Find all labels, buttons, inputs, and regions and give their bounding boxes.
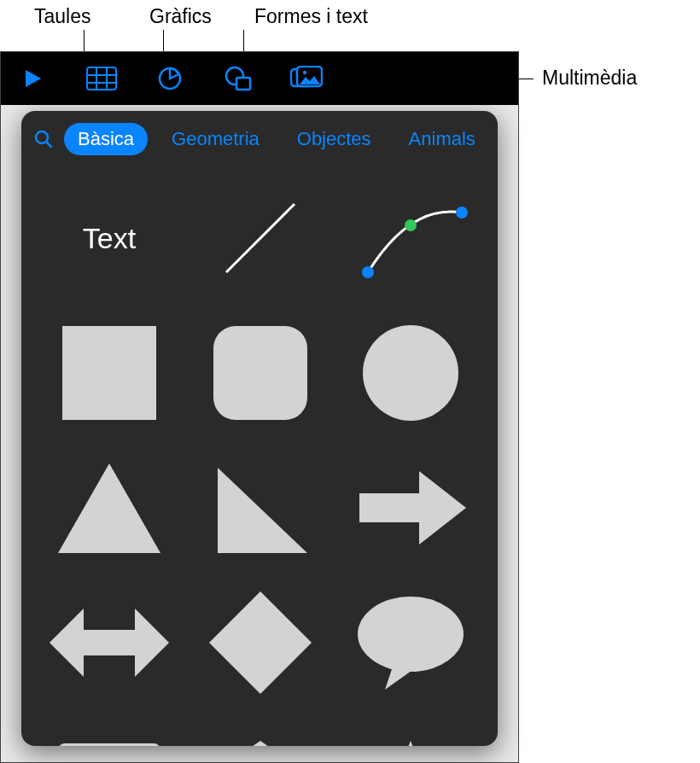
category-tab-geometry[interactable]: Geometria <box>158 123 273 155</box>
shape-arrow-bidirectional[interactable] <box>45 587 173 698</box>
shape-callout-rect[interactable] <box>45 722 173 746</box>
shape-text[interactable]: Text <box>45 183 173 294</box>
shape-circle[interactable] <box>347 317 474 428</box>
shapes-popover: Bàsica Geometria Objectes Animals Text <box>21 111 498 746</box>
table-button[interactable] <box>85 61 119 96</box>
svg-line-13 <box>226 204 295 272</box>
svg-rect-21 <box>58 743 160 746</box>
svg-rect-17 <box>62 326 156 420</box>
svg-point-16 <box>405 219 417 231</box>
shape-star[interactable] <box>347 722 474 746</box>
shape-line[interactable] <box>197 183 324 294</box>
category-tab-basic[interactable]: Bàsica <box>64 123 148 155</box>
category-bar: Bàsica Geometria Objectes Animals <box>21 111 498 166</box>
chart-button[interactable] <box>153 61 187 96</box>
play-button[interactable] <box>16 61 50 96</box>
media-button[interactable] <box>289 61 324 96</box>
search-icon[interactable] <box>33 126 54 152</box>
svg-line-12 <box>46 142 51 147</box>
svg-rect-7 <box>236 78 250 90</box>
shape-pentagon[interactable] <box>197 722 324 746</box>
svg-point-15 <box>456 207 468 218</box>
callout-shapes-label: Formes i text <box>254 5 368 28</box>
callout-tables-label: Taules <box>34 5 90 28</box>
svg-rect-0 <box>87 67 116 90</box>
shape-arrow-right[interactable] <box>347 452 474 563</box>
shape-speech-bubble[interactable] <box>347 587 474 698</box>
toolbar <box>1 52 518 105</box>
svg-rect-18 <box>213 326 307 420</box>
svg-point-14 <box>362 266 374 278</box>
shape-square[interactable] <box>45 317 173 428</box>
callout-media-label: Multimèdia <box>542 67 637 90</box>
shape-diamond[interactable] <box>197 587 324 698</box>
category-tab-animals[interactable]: Animals <box>395 123 489 155</box>
shape-curve[interactable] <box>347 183 474 294</box>
shape-rounded-square[interactable] <box>197 317 324 428</box>
shapes-button[interactable] <box>221 61 255 96</box>
category-tab-objects[interactable]: Objectes <box>283 123 385 155</box>
shapes-grid: Text <box>21 166 498 746</box>
callout-charts-label: Gràfics <box>149 5 212 28</box>
svg-point-10 <box>303 71 306 74</box>
svg-point-20 <box>358 597 464 672</box>
svg-point-19 <box>363 325 458 421</box>
shape-right-triangle[interactable] <box>197 452 324 563</box>
shape-triangle[interactable] <box>45 452 173 563</box>
